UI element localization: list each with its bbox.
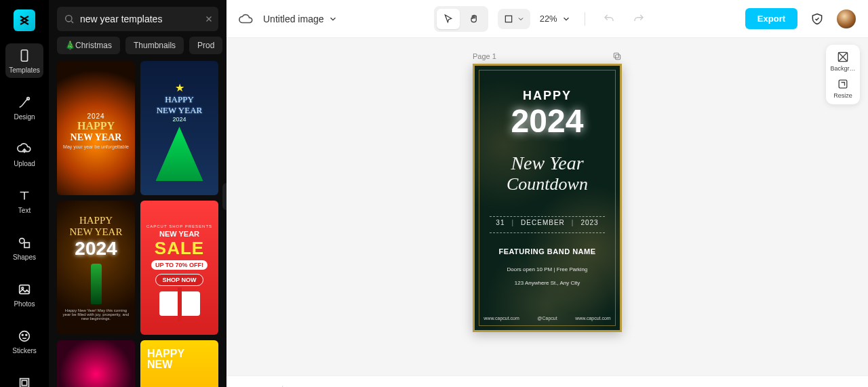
text-icon <box>16 188 33 204</box>
svg-point-7 <box>22 334 23 335</box>
templates-icon <box>16 47 33 64</box>
canvas-footer[interactable]: www.capcut.com @Capcut www.capcut.com <box>475 316 620 321</box>
clear-search-icon[interactable] <box>204 14 214 24</box>
page-label: Page 1 <box>473 52 496 60</box>
stickers-icon <box>16 328 33 344</box>
top-toolbar: Untitled image 22% Export <box>226 0 868 38</box>
canvas-text[interactable]: Doors open 10 PM | Free Parking <box>475 266 620 272</box>
rail-upload[interactable]: Upload <box>5 137 43 171</box>
svg-rect-0 <box>21 50 27 62</box>
chevron-down-icon <box>561 14 571 24</box>
undo-button[interactable] <box>599 9 619 29</box>
privacy-shield-icon[interactable] <box>807 9 827 29</box>
canvas-text[interactable]: 2024 <box>475 102 620 140</box>
canvas-text[interactable]: HAPPY <box>475 89 620 103</box>
resize-button[interactable]: Resize <box>833 77 852 99</box>
template-card[interactable]: HAPPY NEW YEAR 2024 Happy New Year! May … <box>57 201 135 335</box>
hand-tool[interactable] <box>462 9 486 29</box>
shapes-icon <box>16 235 33 251</box>
gift-icon <box>159 291 200 316</box>
chip-christmas[interactable]: 🎄Christmas <box>57 37 120 54</box>
search-box[interactable] <box>57 7 218 31</box>
rail-label: Upload <box>14 160 35 167</box>
user-avatar[interactable] <box>837 9 856 28</box>
templates-panel: 🎄Christmas Thumbnails Prod 2024 HAPPY NE… <box>49 0 226 387</box>
frames-icon <box>16 375 33 387</box>
template-card[interactable]: 2024 HAPPY NEW YEAR May your year be unf… <box>57 61 135 195</box>
export-button[interactable]: Export <box>745 8 797 29</box>
canvas-date-row[interactable]: 31| DECEMBER| 2023 <box>475 219 620 226</box>
template-card[interactable]: HAPPY NEW <box>140 340 218 387</box>
svg-rect-10 <box>22 380 26 385</box>
rail-label: Photos <box>14 300 35 308</box>
canvas[interactable]: Page 1 HAPPY 2024 New Year Countdown 31|… <box>226 38 868 375</box>
canvas-page[interactable]: HAPPY 2024 New Year Countdown 31| DECEMB… <box>473 64 622 332</box>
chevron-down-icon <box>328 14 338 24</box>
template-card[interactable] <box>57 340 135 387</box>
background-button[interactable]: Backgr… <box>830 50 855 72</box>
svg-rect-15 <box>616 55 620 60</box>
canvas-text[interactable]: 123 Anywhere St., Any City <box>475 280 620 286</box>
canvas-text[interactable]: New Year <box>475 152 620 174</box>
rail-text[interactable]: Text <box>5 184 43 218</box>
star-icon: ★ <box>175 81 184 94</box>
svg-rect-12 <box>505 16 511 22</box>
template-card[interactable]: CAPCUT SHOP PRESENTS NEW YEAR SALE UP TO… <box>140 201 218 335</box>
chip-product[interactable]: Prod <box>189 37 222 54</box>
right-properties: Backgr… Resize <box>826 45 860 104</box>
svg-rect-3 <box>24 243 29 247</box>
canvas-text[interactable]: FEATURING BAND NAME <box>475 247 620 256</box>
resize-icon <box>836 77 850 91</box>
canvas-text[interactable]: Countdown <box>475 174 620 195</box>
bottle-icon <box>91 264 102 304</box>
page-header: Page 1 <box>473 52 622 61</box>
background-icon <box>836 50 850 64</box>
zoom-control[interactable]: 22% <box>540 14 571 24</box>
svg-rect-14 <box>839 80 847 88</box>
cursor-tool-group <box>434 6 488 32</box>
svg-rect-4 <box>20 285 30 294</box>
chip-thumbnails[interactable]: Thumbnails <box>125 37 184 54</box>
svg-rect-16 <box>614 53 618 58</box>
search-input[interactable] <box>80 14 199 24</box>
cloud-sync-icon[interactable] <box>239 12 254 26</box>
chevron-down-icon <box>517 15 525 23</box>
search-icon <box>64 14 75 24</box>
svg-point-11 <box>66 16 72 22</box>
tree-icon <box>156 127 203 195</box>
svg-point-8 <box>26 334 27 335</box>
template-grid: 2024 HAPPY NEW YEAR May your year be unf… <box>49 61 226 387</box>
svg-point-6 <box>20 331 30 342</box>
chip-row: 🎄Christmas Thumbnails Prod <box>49 37 226 61</box>
crop-tool[interactable] <box>498 9 530 29</box>
design-icon <box>16 94 33 110</box>
rail-label: Shapes <box>13 253 36 261</box>
svg-point-2 <box>20 239 24 243</box>
rail-photos[interactable]: Photos <box>5 277 43 312</box>
rail-frames[interactable]: Frames <box>5 371 43 387</box>
upload-icon <box>16 141 33 157</box>
rail-label: Design <box>14 113 35 121</box>
redo-button[interactable] <box>629 9 649 29</box>
rail-templates[interactable]: Templates <box>5 43 43 78</box>
app-logo[interactable] <box>14 9 35 31</box>
rail-label: Templates <box>9 66 40 74</box>
template-card[interactable]: ★ HAPPY NEW YEAR 2024 <box>140 61 218 195</box>
rail-design[interactable]: Design <box>5 90 43 125</box>
rail-label: Text <box>18 207 31 214</box>
select-tool[interactable] <box>437 9 460 29</box>
rail-stickers[interactable]: Stickers <box>5 324 43 359</box>
rail-label: Stickers <box>12 347 37 354</box>
bottom-bar: Add page 1/1 <box>226 375 868 387</box>
document-name[interactable]: Untitled image <box>263 14 338 24</box>
rail-shapes[interactable]: Shapes <box>5 230 43 265</box>
duplicate-page-icon[interactable] <box>612 52 622 61</box>
photos-icon <box>16 281 33 298</box>
main-area: Untitled image 22% Export <box>226 0 868 387</box>
left-rail: Templates Design Upload Text Shapes Phot… <box>0 0 49 387</box>
